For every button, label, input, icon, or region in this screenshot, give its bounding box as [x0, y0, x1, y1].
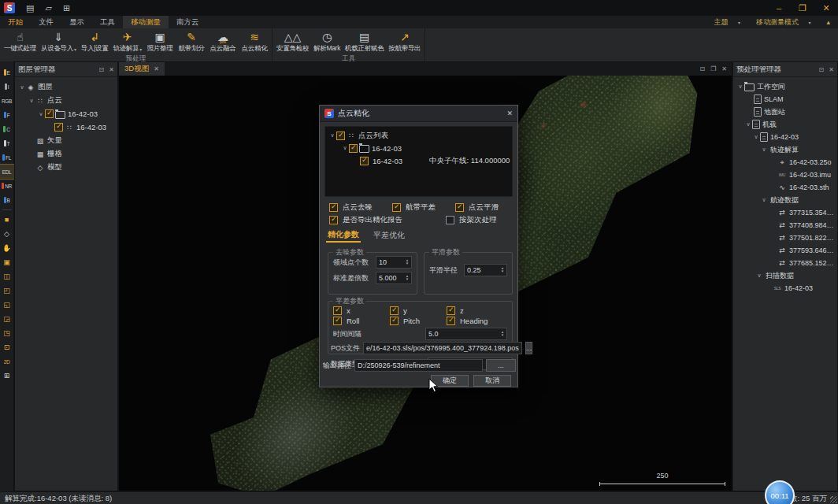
checkbox[interactable] — [447, 306, 455, 315]
select-checkbox[interactable] — [349, 144, 358, 153]
pos-browse-button[interactable]: ... — [525, 342, 533, 354]
floor-mode-icon[interactable]: F — [0, 108, 14, 122]
roll-option[interactable]: Roll — [333, 317, 390, 325]
export-report-option[interactable]: 是否导出精化报告 — [329, 215, 446, 225]
tree-item-dataset-cloud[interactable]: 16-42-03 中央子午线: 114.000000 — [325, 154, 512, 167]
view-cube-left-icon[interactable]: ◰ — [0, 284, 14, 298]
menu-tab-mobile-survey[interactable]: 移动测量 — [123, 16, 169, 28]
close-tab-icon[interactable]: ✕ — [154, 65, 159, 72]
stddev-multiplier-spinner[interactable]: 5.000 ▲▼ — [376, 272, 412, 284]
expand-arrow-icon[interactable]: ∨ — [760, 197, 768, 203]
tree-item-track-file[interactable]: ⇄ 377408.984_377491... — [733, 219, 837, 232]
edl-mode-icon[interactable]: EDL — [0, 165, 14, 179]
tree-item-dataset[interactable]: ∨ 16-42-03 — [15, 107, 117, 120]
tree-item-slam[interactable]: SLAM — [733, 93, 837, 106]
tree-item-pointcloud[interactable]: ∨ ∷ 点云 — [15, 94, 117, 107]
time-interval-spinner[interactable]: 5.0 ▲▼ — [425, 328, 507, 340]
view-cube-back-icon[interactable]: ◲ — [0, 312, 14, 326]
checkbox[interactable] — [333, 306, 342, 315]
close-view-icon[interactable]: ✕ — [721, 65, 727, 72]
denoise-option[interactable]: 点云去噪 — [329, 202, 392, 213]
checkbox[interactable] — [455, 203, 464, 212]
fl-mode-icon[interactable]: FL — [0, 150, 14, 165]
tab-refine-params[interactable]: 精化参数 — [326, 228, 361, 243]
collapse-ribbon-icon[interactable]: ▴ — [826, 18, 830, 26]
close-button[interactable]: ✕ — [814, 0, 838, 16]
pos-file-input[interactable]: e/16-42-03.sls/pos/376995.400_377924.198… — [363, 342, 522, 354]
per-sortie-option[interactable]: 按架次处理 — [446, 215, 497, 225]
time-mode-icon[interactable]: T — [0, 136, 14, 150]
tree-item-vector[interactable]: ▨ 矢量 — [15, 134, 117, 147]
checkbox[interactable] — [392, 203, 401, 212]
menu-tab-tools[interactable]: 工具 — [92, 16, 123, 28]
import-settings-button[interactable]: ↲ 导入|设置 — [79, 29, 111, 54]
one-click-process-button[interactable]: ☝ 一键式处理 — [2, 29, 39, 54]
ortho-colorize-button[interactable]: ▤ 机载正射赋色 — [343, 29, 386, 54]
checkbox[interactable] — [329, 216, 338, 224]
photo-organize-button[interactable]: ▣ 照片整理 — [144, 29, 176, 54]
boresight-calibration-button[interactable]: △△ 安置角检校 — [274, 29, 311, 54]
view-cube-bottom-icon[interactable]: ◳ — [0, 326, 14, 340]
classification-mode-icon[interactable]: C — [0, 122, 14, 136]
expand-arrow-icon[interactable]: ∨ — [744, 121, 752, 128]
blend-mode-icon[interactable]: B — [0, 193, 14, 207]
tree-item-workspace[interactable]: ∨ 工作空间 — [733, 80, 837, 93]
tree-item-track-data[interactable]: ∨ 航迹数据 — [733, 194, 837, 206]
checkbox[interactable] — [329, 203, 338, 212]
tree-item-dataset[interactable]: ∨ 16-42-03 — [733, 131, 837, 143]
heading-option[interactable]: Heading — [447, 317, 503, 325]
expand-arrow-icon[interactable]: ∨ — [28, 98, 35, 104]
pointcloud-refine-button[interactable]: ≋ 点云精化 — [239, 29, 270, 54]
cancel-button[interactable]: 取消 — [473, 375, 511, 387]
mode-menu[interactable]: 移动测量模式 ▾ — [756, 17, 819, 28]
expand-arrow-icon[interactable]: ∨ — [18, 84, 26, 91]
checkbox[interactable] — [390, 317, 399, 325]
tree-item-pointcloud-list[interactable]: ∨ ∷ 点云列表 — [325, 129, 512, 142]
neighbor-count-spinner[interactable]: 10 ▲▼ — [376, 256, 412, 269]
save-icon[interactable]: ▤ — [26, 0, 34, 16]
polygon-select-icon[interactable]: ◇ — [0, 227, 14, 241]
view-cube-front-icon[interactable]: ▣ — [0, 255, 14, 269]
tree-item-raster[interactable]: ▦ 栅格 — [15, 147, 117, 161]
trajectory-solve-button[interactable]: ✈ 轨迹解算▾ — [110, 29, 144, 54]
elevation-mode-icon[interactable]: E — [0, 65, 14, 80]
tree-item-sth-file[interactable]: ∿ 16-42-03.sth — [733, 181, 837, 194]
checkbox[interactable] — [390, 306, 399, 315]
tree-item-airborne[interactable]: ∨ 机载 — [733, 118, 837, 131]
checkbox[interactable] — [446, 216, 454, 224]
resize-grip-icon[interactable] — [830, 496, 837, 503]
pin-view-icon[interactable]: ⊡ — [699, 65, 705, 72]
2d-view-icon[interactable]: 2D — [0, 354, 14, 369]
open-icon[interactable]: ▱ — [45, 0, 51, 16]
checkbox[interactable] — [447, 317, 455, 325]
tree-item-gnss-file[interactable]: ⌖ 16-42-03.25o — [733, 156, 837, 169]
rgb-mode-icon[interactable]: RGB — [0, 94, 14, 108]
new-window-icon[interactable]: ⊞ — [63, 0, 70, 16]
pan-tool-icon[interactable]: ✋ — [0, 241, 14, 255]
tree-item-track-file[interactable]: ⇄ 377593.646_377675... — [733, 244, 837, 257]
menu-tab-start[interactable]: 开始 — [0, 16, 31, 28]
tree-item-trajectory-solve[interactable]: ∨ 轨迹解算 — [733, 143, 837, 156]
intensity-mode-icon[interactable]: I — [0, 80, 14, 94]
tree-item-ground-station[interactable]: 地面站 — [733, 106, 837, 118]
expand-arrow-icon[interactable]: ∨ — [752, 134, 760, 140]
export-by-strip-button[interactable]: ↗ 按航带导出 — [386, 29, 423, 54]
timer-ball[interactable]: 00:11 — [765, 480, 795, 504]
float-panel-icon[interactable]: ⊡ — [99, 66, 105, 73]
tree-item-scan-data[interactable]: ∨ 扫描数据 — [733, 269, 837, 282]
tree-item-model[interactable]: ◇ 模型 — [15, 161, 117, 174]
expand-arrow-icon[interactable]: ∨ — [341, 145, 349, 151]
menu-tab-display[interactable]: 显示 — [61, 16, 92, 28]
tab-adjust-optimize[interactable]: 平差优化 — [372, 228, 406, 243]
maximize-view-icon[interactable]: ❐ — [710, 65, 716, 72]
pitch-option[interactable]: Pitch — [390, 317, 447, 325]
visibility-checkbox[interactable] — [54, 123, 63, 132]
import-from-device-button[interactable]: ⇓ 从设备导入▾ — [39, 29, 79, 54]
close-panel-icon[interactable]: ✕ — [829, 66, 834, 73]
tree-item-imu-file[interactable]: IMU 16-42-03.imu — [733, 169, 837, 181]
strip-split-button[interactable]: ✎ 航带划分 — [176, 29, 207, 54]
add-view-icon[interactable]: ⊞ — [0, 369, 14, 383]
bucket-tool-icon[interactable]: ■ — [0, 213, 14, 227]
close-panel-icon[interactable]: ✕ — [109, 66, 114, 73]
expand-arrow-icon[interactable]: ∨ — [755, 272, 763, 279]
